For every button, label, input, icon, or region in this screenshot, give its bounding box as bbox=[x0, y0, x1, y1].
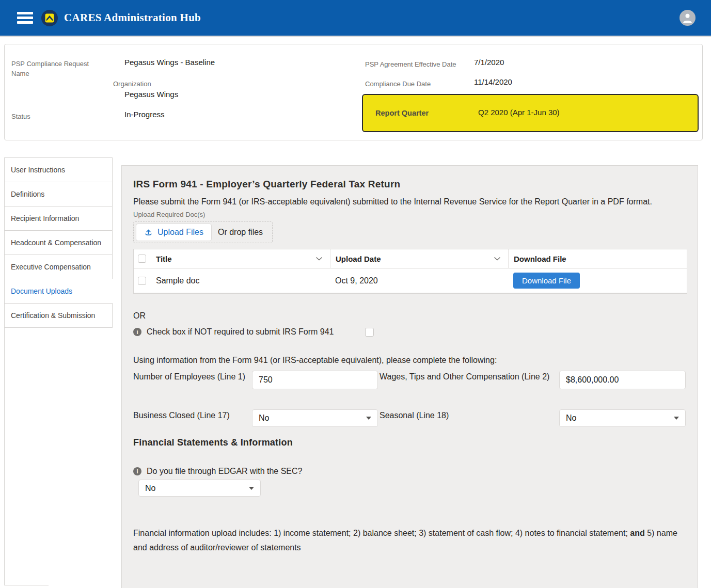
business-closed-select[interactable]: No bbox=[252, 409, 378, 427]
triangle-down-icon bbox=[249, 487, 254, 490]
edgar-select[interactable]: No bbox=[138, 480, 261, 497]
section-nav-sidebar: User Instructions Definitions Recipient … bbox=[4, 157, 113, 585]
wages-label: Wages, Tips and Other Compensation (Line… bbox=[378, 369, 559, 384]
row-checkbox[interactable] bbox=[138, 277, 146, 285]
doc-title-cell: Sample doc bbox=[156, 276, 330, 285]
upload-date-cell: Oct 9, 2020 bbox=[330, 268, 508, 293]
employees-label: Number of Employees (Line 1) bbox=[133, 369, 252, 384]
business-closed-label: Business Closed (Line 17) bbox=[133, 408, 252, 423]
app-title: CARES Administration Hub bbox=[64, 11, 201, 24]
info-circle-icon[interactable]: i bbox=[133, 467, 141, 475]
cares-shield-logo-icon bbox=[41, 9, 58, 27]
or-separator-label: OR bbox=[133, 311, 686, 321]
triangle-down-icon bbox=[366, 417, 371, 420]
wages-input[interactable] bbox=[559, 371, 686, 389]
app-header: CARES Administration Hub bbox=[0, 0, 711, 37]
file-drop-zone[interactable]: Upload Files Or drop files bbox=[133, 221, 273, 243]
triangle-down-icon bbox=[674, 417, 679, 420]
user-avatar-icon[interactable] bbox=[680, 10, 696, 26]
upload-required-docs-label: Upload Required Doc(s) bbox=[133, 211, 686, 218]
effective-date-label: PSP Agreement Effective Date bbox=[365, 59, 456, 69]
organization-value: Pegasus Wings bbox=[124, 90, 178, 99]
request-name-value: Pegasus Wings - Baseline bbox=[124, 58, 215, 67]
financial-upload-note: Financial information upload includes: 1… bbox=[133, 526, 685, 555]
seasonal-label: Seasonal (Line 18) bbox=[378, 408, 559, 423]
employees-input[interactable] bbox=[252, 371, 378, 389]
report-quarter-value: Q2 2020 (Apr 1-Jun 30) bbox=[478, 108, 560, 117]
effective-date-value: 7/1/2020 bbox=[474, 58, 504, 67]
drop-files-label: Or drop files bbox=[218, 228, 263, 237]
hamburger-menu-icon[interactable] bbox=[17, 12, 33, 24]
organization-label: Organization bbox=[113, 79, 151, 89]
column-header-title[interactable]: Title bbox=[156, 249, 330, 268]
financial-statements-heading: Financial Statements & Information bbox=[133, 437, 686, 448]
select-all-checkbox[interactable] bbox=[138, 255, 146, 263]
due-date-value: 11/14/2020 bbox=[474, 77, 512, 86]
table-row: Sample doc Oct 9, 2020 Download File bbox=[134, 268, 687, 293]
sidebar-item-headcount-compensation[interactable]: Headcount & Compensation bbox=[5, 230, 113, 255]
column-header-upload-date[interactable]: Upload Date bbox=[330, 249, 508, 268]
sidebar-item-user-instructions[interactable]: User Instructions bbox=[5, 157, 113, 182]
form941-description: Please submit the Form 941 (or IRS-accep… bbox=[133, 195, 684, 209]
field-row-2: Business Closed (Line 17) No Seasonal (L… bbox=[133, 408, 686, 427]
not-required-checkbox[interactable] bbox=[365, 328, 374, 337]
not-required-row: i Check box if NOT required to submit IR… bbox=[133, 327, 686, 337]
not-required-label: Check box if NOT required to submit IRS … bbox=[147, 327, 334, 337]
sidebar-item-recipient-information[interactable]: Recipient Information bbox=[5, 206, 113, 231]
sidebar-item-definitions[interactable]: Definitions bbox=[5, 182, 113, 206]
complete-following-text: Using information from the Form 941 (or … bbox=[133, 356, 686, 365]
edgar-question-label: Do you file through EDGAR with the SEC? bbox=[147, 467, 302, 476]
uploaded-docs-table: Title Upload Date Download File Sample d… bbox=[133, 249, 687, 294]
chevron-down-icon[interactable] bbox=[494, 257, 501, 261]
sidebar-item-certification-submission[interactable]: Certification & Submission bbox=[5, 303, 113, 328]
sidebar-item-executive-compensation[interactable]: Executive Compensation bbox=[5, 255, 113, 279]
edgar-question-row: i Do you file through EDGAR with the SEC… bbox=[133, 467, 686, 476]
document-uploads-panel: IRS Form 941 - Employer’s Quarterly Fede… bbox=[121, 165, 698, 588]
due-date-label: Compliance Due Date bbox=[365, 79, 431, 89]
upload-files-button[interactable]: Upload Files bbox=[136, 224, 212, 241]
info-circle-icon[interactable]: i bbox=[133, 328, 141, 336]
compliance-overview-panel: PSP Compliance Request Name Pegasus Wing… bbox=[4, 44, 703, 140]
field-row-1: Number of Employees (Line 1) Wages, Tips… bbox=[133, 369, 686, 389]
report-quarter-highlight: Report Quarter Q2 2020 (Apr 1-Jun 30) bbox=[362, 94, 699, 132]
status-value: In-Progress bbox=[124, 110, 165, 119]
form941-section-title: IRS Form 941 - Employer’s Quarterly Fede… bbox=[133, 179, 686, 190]
seasonal-select[interactable]: No bbox=[559, 409, 686, 427]
request-name-label: PSP Compliance Request Name bbox=[11, 59, 99, 78]
sidebar-item-document-uploads[interactable]: Document Uploads bbox=[5, 279, 113, 304]
column-header-download-file: Download File bbox=[508, 249, 687, 268]
download-file-button[interactable]: Download File bbox=[513, 273, 580, 289]
sidebar-footer-divider bbox=[5, 585, 49, 585]
upload-icon bbox=[144, 228, 153, 236]
upload-files-label: Upload Files bbox=[157, 228, 203, 237]
table-header-row: Title Upload Date Download File bbox=[134, 249, 687, 268]
status-label: Status bbox=[11, 112, 30, 121]
report-quarter-label: Report Quarter bbox=[375, 109, 429, 117]
chevron-down-icon[interactable] bbox=[315, 257, 323, 261]
